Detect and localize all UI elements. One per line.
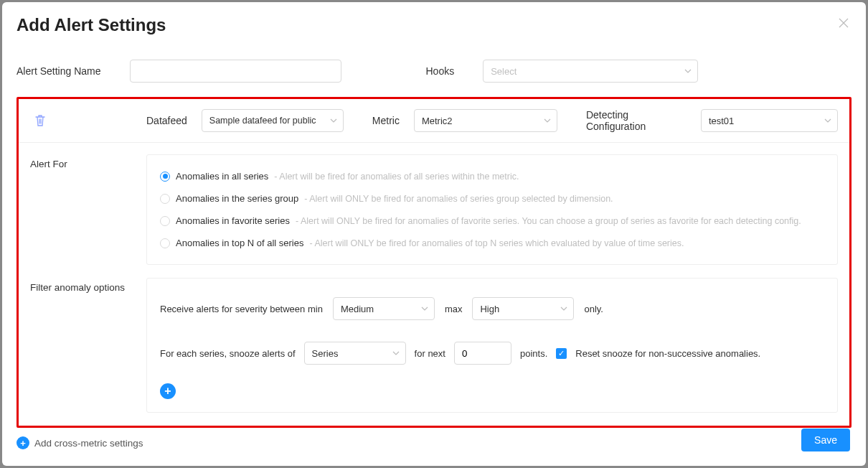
filter-section: Filter anomaly options Receive alerts fo… bbox=[19, 278, 849, 426]
add-alert-settings-modal: Add Alert Settings Alert Setting Name Ho… bbox=[2, 2, 866, 466]
modal-title: Add Alert Settings bbox=[16, 15, 852, 35]
severity-max-select[interactable]: High bbox=[472, 297, 574, 320]
severity-prefix: Receive alerts for severity between min bbox=[160, 304, 323, 314]
alert-for-section: Alert For Anomalies in all series - Aler… bbox=[19, 143, 849, 278]
snooze-scope-select[interactable]: Series bbox=[304, 342, 406, 365]
snooze-line: For each series, snooze alerts of Series… bbox=[160, 342, 824, 365]
option-label: Anomalies in top N of all series bbox=[176, 238, 303, 248]
chevron-down-icon bbox=[684, 69, 692, 73]
name-hooks-row: Alert Setting Name Hooks Select bbox=[16, 60, 852, 83]
alert-for-option-favorite[interactable]: Anomalies in favorite series - Alert wil… bbox=[160, 215, 824, 226]
alert-name-input[interactable] bbox=[130, 60, 341, 83]
option-label: Anomalies in favorite series bbox=[176, 215, 290, 226]
severity-min-value: Medium bbox=[341, 304, 374, 314]
add-filter-icon[interactable]: + bbox=[160, 383, 176, 399]
hooks-placeholder: Select bbox=[491, 66, 516, 77]
radio-checked-icon bbox=[160, 172, 170, 182]
severity-suffix: only. bbox=[584, 304, 603, 314]
radio-unchecked-icon bbox=[160, 194, 170, 204]
detecting-config-label: Detecting Configuration bbox=[586, 109, 687, 132]
severity-line: Receive alerts for severity between min … bbox=[160, 297, 824, 320]
add-cross-metric-button[interactable]: + Add cross-metric settings bbox=[16, 436, 852, 449]
snooze-fornext: for next bbox=[415, 348, 445, 359]
detecting-config-select[interactable]: test01 bbox=[701, 109, 838, 132]
alert-name-label: Alert Setting Name bbox=[16, 65, 101, 77]
add-cross-label: Add cross-metric settings bbox=[34, 438, 143, 449]
datafeed-label: Datafeed bbox=[146, 115, 187, 126]
detecting-config-value: test01 bbox=[709, 116, 734, 126]
hooks-label: Hooks bbox=[426, 65, 455, 77]
chevron-down-icon bbox=[392, 351, 400, 355]
radio-unchecked-icon bbox=[160, 216, 170, 226]
chevron-down-icon bbox=[560, 306, 567, 311]
option-desc: - Alert will ONLY be fired for anomalies… bbox=[304, 194, 613, 204]
alert-for-label: Alert For bbox=[30, 154, 138, 278]
filter-label: Filter anomaly options bbox=[30, 278, 138, 426]
metric-alert-config-frame: Datafeed Sample datafeed for public Metr… bbox=[16, 97, 852, 428]
plus-icon: + bbox=[16, 436, 29, 449]
snooze-points-suffix: points. bbox=[520, 348, 547, 359]
metric-value: Metric2 bbox=[422, 116, 453, 126]
hooks-select[interactable]: Select bbox=[483, 60, 698, 83]
metric-label: Metric bbox=[372, 115, 400, 126]
save-button[interactable]: Save bbox=[801, 429, 850, 451]
reset-snooze-label: Reset snooze for non-successive anomalie… bbox=[575, 348, 760, 359]
metric-header-row: Datafeed Sample datafeed for public Metr… bbox=[19, 99, 849, 143]
option-desc: - Alert will be fired for anomalies of a… bbox=[274, 172, 519, 182]
alert-for-option-group[interactable]: Anomalies in the series group - Alert wi… bbox=[160, 193, 824, 204]
severity-min-select[interactable]: Medium bbox=[333, 297, 435, 320]
snooze-points-input[interactable] bbox=[454, 342, 511, 365]
datafeed-select[interactable]: Sample datafeed for public bbox=[202, 109, 344, 132]
datafeed-value: Sample datafeed for public bbox=[209, 116, 316, 126]
option-desc: - Alert will ONLY be fired for anomalies… bbox=[309, 238, 684, 248]
trash-icon[interactable] bbox=[34, 114, 46, 127]
chevron-down-icon bbox=[824, 118, 831, 123]
severity-mid: max bbox=[445, 304, 463, 314]
alert-for-option-topn[interactable]: Anomalies in top N of all series - Alert… bbox=[160, 238, 824, 248]
snooze-prefix: For each series, snooze alerts of bbox=[160, 348, 296, 359]
option-label: Anomalies in the series group bbox=[176, 193, 298, 204]
reset-snooze-checkbox[interactable]: ✓ bbox=[556, 348, 567, 359]
option-desc: - Alert will ONLY be fired for anomalies… bbox=[296, 216, 801, 226]
chevron-down-icon bbox=[330, 118, 337, 123]
chevron-down-icon bbox=[544, 118, 551, 123]
severity-max-value: High bbox=[480, 304, 499, 314]
option-label: Anomalies in all series bbox=[176, 171, 268, 182]
radio-unchecked-icon bbox=[160, 238, 170, 248]
chevron-down-icon bbox=[421, 306, 428, 311]
alert-for-option-all[interactable]: Anomalies in all series - Alert will be … bbox=[160, 171, 824, 182]
metric-select[interactable]: Metric2 bbox=[414, 109, 557, 132]
snooze-scope-value: Series bbox=[312, 348, 339, 359]
close-icon[interactable] bbox=[839, 18, 849, 28]
